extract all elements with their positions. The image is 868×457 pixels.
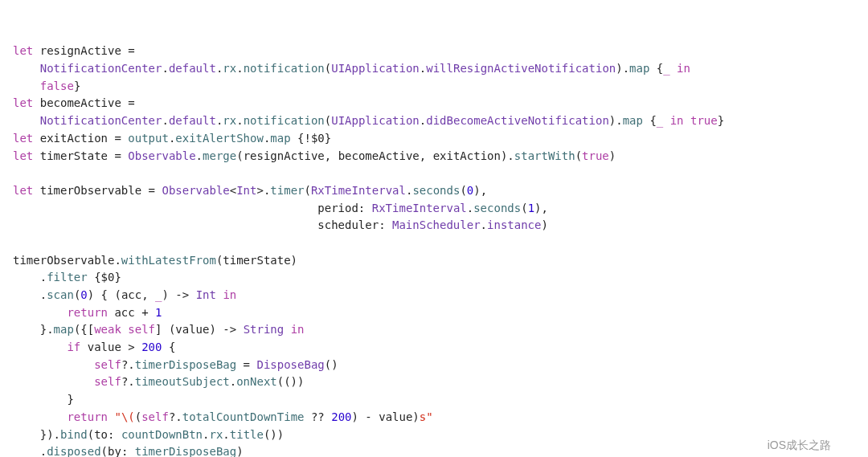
code-line: }.map({[weak self] (value) -> String in	[13, 323, 305, 336]
code-line: self?.timeoutSubject.onNext(())	[13, 375, 304, 388]
code-line: let timerState = Observable.merge(resign…	[13, 149, 616, 162]
code-line: timerObservable.withLatestFrom(timerStat…	[13, 254, 297, 267]
code-block: let resignActive = NotificationCenter.de…	[13, 26, 855, 457]
code-line: scheduler: MainScheduler.instance)	[13, 218, 548, 231]
code-line: NotificationCenter.default.rx.notificati…	[13, 114, 724, 127]
code-line: let timerObservable = Observable<Int>.ti…	[13, 184, 487, 197]
code-line: }	[13, 393, 74, 406]
code-line: return "\((self?.totalCountDownTime ?? 2…	[13, 410, 433, 423]
code-line: }).bind(to: countDownBtn.rx.title())	[13, 428, 284, 441]
code-line: self?.timerDisposeBag = DisposeBag()	[13, 358, 338, 371]
code-line: .filter {$0}	[13, 271, 121, 284]
code-line: let resignActive =	[13, 44, 135, 57]
code-line: let exitAction = output.exitAlertShow.ma…	[13, 132, 331, 145]
code-line: if value > 200 {	[13, 341, 175, 353]
code-line: NotificationCenter.default.rx.notificati…	[13, 62, 690, 75]
watermark: iOS成长之路	[747, 437, 831, 455]
code-line: return acc + 1	[13, 306, 162, 319]
code-line: false}	[13, 80, 80, 92]
watermark-text: iOS成长之路	[768, 437, 831, 455]
code-line: .disposed(by: timerDisposeBag)	[13, 445, 244, 457]
code-line: period: RxTimeInterval.seconds(1),	[13, 202, 548, 214]
wechat-icon	[747, 439, 763, 452]
code-line: .scan(0) { (acc, _) -> Int in	[13, 288, 236, 301]
code-line: let becomeActive =	[13, 96, 135, 109]
